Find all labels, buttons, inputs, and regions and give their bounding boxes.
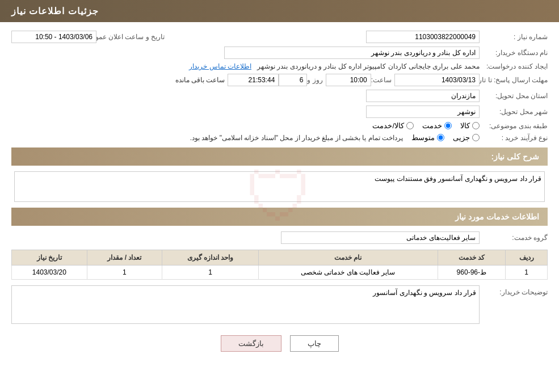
table-header-row: ردیف کد خدمت نام خدمت واحد اندازه گیری ت… [12, 250, 548, 265]
deadline-remaining-input[interactable] [228, 74, 279, 86]
category-kala-label: کالا [460, 121, 470, 130]
announce-date-label: تاریخ و ساعت اعلان عمومی: [96, 33, 165, 41]
main-content: 🛡 شماره نیاز : تاریخ و ساعت اعلان عمومی:… [0, 22, 559, 372]
cell-quantity: 1 [87, 265, 162, 280]
description-label: شرح کلی نیاز: [491, 152, 539, 161]
row-creator: ایجاد کننده درخواست: محمد علی براری جایج… [11, 62, 548, 70]
col-qty: تعداد / مقدار [87, 250, 162, 265]
cell-name: سایر فعالیت های خدماتی شخصی [259, 265, 438, 280]
deadline-label: مهلت ارسال پاسخ: تا تاریخ: [480, 76, 548, 84]
deadline-time-label: ساعت: [371, 76, 392, 84]
table-row: 1ط-96-960سایر فعالیت های خدماتی شخصی1114… [12, 265, 548, 280]
back-button[interactable]: بازگشت [221, 335, 281, 352]
purchase-jozi-label: جزیی [453, 133, 470, 142]
creator-value: محمد علی براری جایجانی کاردان کامپیوتر ا… [257, 62, 480, 70]
description-textarea[interactable]: قرار داد سرویس و نگهداری آسانسور وفق مست… [14, 171, 545, 202]
province-label: استان محل تحویل: [480, 92, 548, 100]
purchase-motavaset[interactable]: متوسط [411, 133, 444, 142]
row-city: شهر محل تحویل: [11, 106, 548, 118]
remaining-label: ساعت باقی مانده [175, 76, 225, 84]
button-row: چاپ بازگشت [11, 335, 548, 352]
services-section: اطلاعات خدمات مورد نیاز [11, 208, 548, 226]
category-khedmat-label: خدمت [422, 121, 442, 130]
deadline-day-label: روز و [307, 76, 322, 84]
col-date: تاریخ نیاز [12, 250, 87, 265]
purchase-jozi[interactable]: جزیی [453, 133, 480, 142]
purchase-type-radio-group: جزیی متوسط [411, 133, 480, 142]
col-row: ردیف [506, 250, 548, 265]
service-group-label: گروه خدمت: [480, 234, 548, 242]
category-khedmat[interactable]: خدمت [422, 121, 452, 130]
org-input[interactable] [224, 47, 480, 59]
row-purchase-type: نوع فرآیند خرید : جزیی متوسط پرداخت تمام… [11, 133, 548, 142]
category-kala-khedmat[interactable]: کالا/خدمت [372, 121, 414, 130]
category-kala-khedmat-label: کالا/خدمت [372, 121, 404, 130]
request-number-label: شماره نیاز : [480, 33, 548, 41]
row-category: طبقه بندی موضوعی: کالا خدمت کالا/خدمت [11, 121, 548, 130]
description-section-label: شرح کلی نیاز: [11, 147, 548, 166]
row-province: استان محل تحویل: [11, 90, 548, 102]
purchase-type-label: نوع فرآیند خرید : [480, 134, 548, 142]
services-table: ردیف کد خدمت نام خدمت واحد اندازه گیری ت… [11, 250, 548, 280]
deadline-time-input[interactable] [326, 74, 371, 86]
page-title: جزئیات اطلاعات نیاز [11, 6, 99, 16]
cell-row: 1 [506, 265, 548, 280]
category-kala[interactable]: کالا [460, 121, 480, 130]
col-unit: واحد اندازه گیری [162, 250, 259, 265]
col-name: نام خدمت [259, 250, 438, 265]
purchase-motavaset-label: متوسط [411, 133, 435, 142]
deadline-days-input[interactable] [279, 74, 307, 86]
contact-link[interactable]: اطلاعات تماس خریدار [189, 62, 251, 70]
row-request-number: شماره نیاز : تاریخ و ساعت اعلان عمومی: [11, 31, 548, 43]
city-label: شهر محل تحویل: [480, 108, 548, 116]
page-wrapper: جزئیات اطلاعات نیاز 🛡 شماره نیاز : تاریخ… [0, 0, 559, 392]
cell-code: ط-96-960 [438, 265, 505, 280]
page-header: جزئیات اطلاعات نیاز [0, 0, 559, 22]
row-buyer-desc: توضیحات خریدار: قرار داد سرویس و نگهداری… [11, 285, 548, 324]
row-description: قرار داد سرویس و نگهداری آسانسور وفق مست… [11, 171, 548, 202]
cell-date: 1403/03/20 [12, 265, 87, 280]
buyer-desc-textarea[interactable]: قرار داد سرویس و نگهداری آسانسور [11, 285, 480, 324]
row-deadline: مهلت ارسال پاسخ: تا تاریخ: ساعت: روز و س… [11, 74, 548, 86]
cell-unit: 1 [162, 265, 259, 280]
row-service-group: گروه خدمت: [11, 231, 548, 244]
deadline-date-input[interactable] [394, 74, 480, 86]
row-org: نام دستگاه خریدار: [11, 47, 548, 59]
print-button[interactable]: چاپ [290, 335, 339, 352]
category-label: طبقه بندی موضوعی: [480, 122, 548, 130]
request-number-input[interactable] [366, 31, 480, 43]
services-section-label: اطلاعات خدمات مورد نیاز [455, 212, 539, 221]
creator-label: ایجاد کننده درخواست: [480, 62, 548, 70]
city-input[interactable] [366, 106, 480, 118]
category-kala-radio[interactable] [472, 122, 480, 129]
purchase-motavaset-radio[interactable] [437, 134, 444, 141]
announce-date-input[interactable] [11, 31, 96, 43]
category-radio-group: کالا خدمت کالا/خدمت [372, 121, 480, 130]
category-khedmat-radio[interactable] [444, 122, 452, 129]
category-kala-khedmat-radio[interactable] [406, 122, 414, 129]
buyer-desc-label: توضیحات خریدار: [480, 288, 548, 296]
col-code: کد خدمت [438, 250, 505, 265]
purchase-jozi-radio[interactable] [472, 134, 480, 141]
service-group-input[interactable] [281, 231, 480, 244]
purchase-note: پرداخت تمام یا بخشی از مبلغ خریدار از مح… [190, 134, 403, 142]
province-input[interactable] [366, 90, 480, 102]
org-label: نام دستگاه خریدار: [480, 49, 548, 57]
